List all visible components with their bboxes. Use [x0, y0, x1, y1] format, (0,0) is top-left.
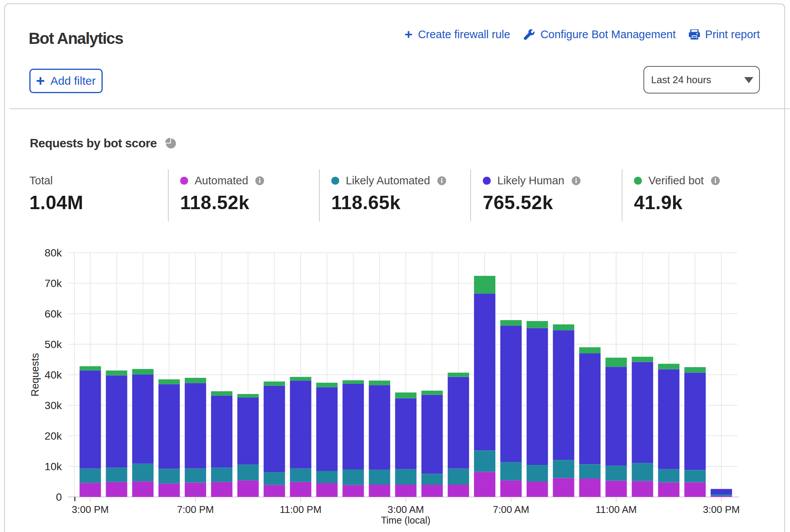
- svg-text:0: 0: [56, 491, 62, 503]
- svg-text:40k: 40k: [45, 369, 62, 381]
- svg-text:11:00 PM: 11:00 PM: [280, 504, 321, 515]
- svg-text:20k: 20k: [45, 430, 62, 442]
- svg-text:Requests: Requests: [29, 353, 41, 397]
- svg-text:80k: 80k: [45, 247, 62, 259]
- svg-text:7:00 PM: 7:00 PM: [177, 504, 214, 515]
- svg-text:70k: 70k: [45, 277, 62, 289]
- svg-text:11:00 AM: 11:00 AM: [596, 504, 637, 515]
- svg-text:60k: 60k: [45, 308, 62, 320]
- svg-text:30k: 30k: [45, 400, 62, 411]
- svg-text:50k: 50k: [45, 339, 62, 350]
- svg-text:3:00 PM: 3:00 PM: [72, 504, 109, 515]
- svg-text:3:00 AM: 3:00 AM: [388, 504, 424, 515]
- svg-text:7:00 AM: 7:00 AM: [493, 504, 529, 515]
- svg-text:10k: 10k: [45, 461, 62, 472]
- svg-text:Time (local): Time (local): [381, 515, 430, 526]
- svg-text:3:00 PM: 3:00 PM: [703, 504, 740, 515]
